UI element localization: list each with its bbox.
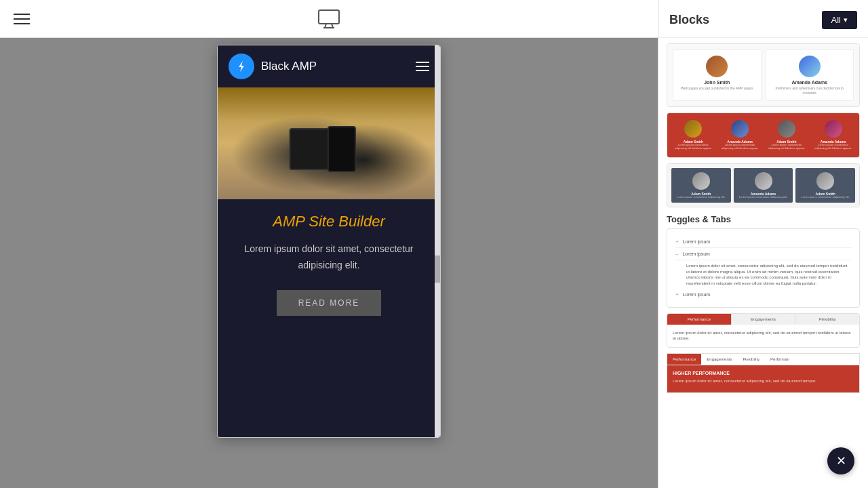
phone-body-text: Lorem ipsum dolor sit amet, consectetur … <box>229 241 429 274</box>
team-2col-block[interactable]: John Smith Web pages you get published t… <box>667 43 860 107</box>
orange-avatar-3 <box>778 120 795 138</box>
tabs-content-text: Lorem ipsum dolor sit amet, consectetur … <box>673 330 854 342</box>
team-2col-inner: John Smith Web pages you get published t… <box>667 44 859 106</box>
team-4col-inner: Adam Smith Lorem ipsum consectetur adipi… <box>667 113 859 157</box>
red-tab-performance[interactable]: Performance <box>667 354 701 365</box>
dark-avatar-3 <box>816 172 834 190</box>
toggle-accordion-block[interactable]: + Lorem ipsum – Lorem ipsum Lorem ipsum … <box>667 228 860 308</box>
toggle-row-2: – Lorem ipsum <box>675 248 851 260</box>
phone-scrollbar[interactable] <box>435 45 440 437</box>
team-member-1: John Smith Web pages you get published t… <box>673 49 762 101</box>
hamburger-menu[interactable] <box>14 14 30 24</box>
toggle-row-1: + Lorem ipsum <box>675 236 851 248</box>
member-avatar-2 <box>799 56 821 77</box>
orange-desc-2: Lorem ipsum consectetur adipiscing elit … <box>719 144 761 150</box>
member-avatar-1 <box>706 56 728 77</box>
toggle-text-1: Lorem ipsum <box>683 239 710 244</box>
team-dark-2: Amanda Adams Lorem ipsum consectetur adi… <box>734 168 793 203</box>
phone-headline: AMP Site Builder <box>229 213 429 230</box>
red-tabs-row: Performance Engagements Flexibility Perf… <box>667 354 859 365</box>
orange-desc-4: Lorem ipsum consectetur adipiscing elit … <box>812 144 854 150</box>
toggle-expand-icon-1: + <box>675 239 679 245</box>
toggle-expand-icon-3: + <box>675 291 679 298</box>
orange-desc-3: Lorem ipsum consectetur adipiscing elit … <box>766 144 808 150</box>
toggle-expand-icon-2: – <box>675 251 678 257</box>
phone-nav-title: Black AMP <box>261 60 317 73</box>
red-tabs-block[interactable]: Performance Engagements Flexibility Perf… <box>667 353 860 393</box>
member-desc-2: Publishers and advertisers can decide ho… <box>770 86 850 95</box>
team-member-2: Amanda Adams Publishers and advertisers … <box>766 49 854 101</box>
sidebar-header: Blocks All <box>658 0 868 38</box>
all-filter-button[interactable]: All <box>822 11 857 29</box>
phone-device-shape <box>328 126 356 172</box>
sidebar-title: Blocks <box>669 13 709 27</box>
monitor-icon <box>318 8 340 30</box>
phone-scrollbar-thumb <box>435 256 440 283</box>
sidebar-scroll-content[interactable]: John Smith Web pages you get published t… <box>658 38 868 488</box>
svg-rect-0 <box>319 10 339 24</box>
sidebar: Blocks All John Smith Web pages you get … <box>658 0 868 488</box>
toggles-tabs-section-label: Toggles & Tabs <box>667 214 860 224</box>
member-name-2: Amanda Adams <box>770 80 850 85</box>
top-bar <box>0 0 658 38</box>
team-3col-inner: Adam Smith Lorem ipsum consectetur adipi… <box>667 164 859 207</box>
close-button[interactable]: ✕ <box>827 447 854 474</box>
svg-marker-4 <box>239 61 244 72</box>
red-tab-flexibility[interactable]: Flexibility <box>737 354 765 365</box>
phone-cta-button[interactable]: READ MORE <box>277 290 382 316</box>
tabs-row: Performance Engagements Flexibility <box>667 314 859 325</box>
team-orange-1: Adam Smith Lorem ipsum consectetur adipi… <box>671 117 715 153</box>
phone-hero-image <box>218 87 440 199</box>
tabs-block[interactable]: Performance Engagements Flexibility Lore… <box>667 313 860 348</box>
orange-avatar-1 <box>684 120 702 138</box>
orange-avatar-2 <box>731 120 749 138</box>
phone-navbar: Black AMP <box>218 45 440 87</box>
dark-desc-1: Lorem ipsum consectetur adipiscing elit. <box>674 196 728 199</box>
phone-content: AMP Site Builder Lorem ipsum dolor sit a… <box>218 199 440 329</box>
team-orange-4: Amanda Adams Lorem ipsum consectetur adi… <box>811 117 855 153</box>
team-dark-1: Adam Smith Lorem ipsum consectetur adipi… <box>671 168 731 203</box>
member-name-1: John Smith <box>677 80 757 85</box>
team-dark-3: Adam Smith Lorem ipsum consectetur adipi… <box>795 168 855 203</box>
phone-hero-bg <box>218 87 440 199</box>
red-tabs-title: HIGHER PERFORMANCE <box>673 371 854 375</box>
team-3col-block[interactable]: Adam Smith Lorem ipsum consectetur adipi… <box>667 163 860 208</box>
orange-desc-1: Lorem ipsum consectetur adipiscing elit … <box>673 144 714 150</box>
toggle-text-3: Lorem ipsum <box>683 292 710 297</box>
canvas-area: Black AMP AMP Site Builder Lor <box>0 38 658 488</box>
tab-performance[interactable]: Performance <box>667 314 732 325</box>
team-orange-3: Adam Smith Lorem ipsum consectetur adipi… <box>765 117 809 153</box>
toggle-expanded-content: Lorem ipsum dolor sit amet, consectetur … <box>675 260 851 289</box>
dark-avatar-1 <box>692 172 710 190</box>
member-desc-1: Web pages you get published to the AMP p… <box>677 86 757 91</box>
tab-flexibility[interactable]: Flexibility <box>795 314 859 325</box>
dark-desc-2: Lorem ipsum consectetur adipiscing elit. <box>736 196 791 199</box>
red-tabs-content: HIGHER PERFORMANCE Lorem ipsum dolor sit… <box>667 365 859 392</box>
toggle-row-3: + Lorem ipsum <box>675 289 851 300</box>
toggle-text-2: Lorem ipsum <box>682 251 709 256</box>
tabs-content-area: Lorem ipsum dolor sit amet, consectetur … <box>667 325 859 347</box>
dark-avatar-2 <box>755 172 772 190</box>
team-orange-2: Amanda Adams Lorem ipsum consectetur adi… <box>718 117 762 153</box>
logo-icon <box>229 54 254 79</box>
phone-logo-group: Black AMP <box>229 54 317 79</box>
phone-nav-menu[interactable] <box>416 62 429 71</box>
tab-engagements[interactable]: Engagements <box>732 314 796 325</box>
phone-frame: Black AMP AMP Site Builder Lor <box>217 45 441 438</box>
orange-avatar-4 <box>825 120 842 138</box>
red-tab-performance2[interactable]: Performan <box>765 354 795 365</box>
team-4col-block[interactable]: Adam Smith Lorem ipsum consectetur adipi… <box>667 113 860 158</box>
red-tab-engagements[interactable]: Engagements <box>701 354 737 365</box>
dark-desc-3: Lorem ipsum consectetur adipiscing elit. <box>798 196 852 199</box>
red-tabs-body: Lorem ipsum dolor sit amet, consectetur … <box>673 378 854 384</box>
phone-preview-container: Black AMP AMP Site Builder Lor <box>217 45 441 438</box>
